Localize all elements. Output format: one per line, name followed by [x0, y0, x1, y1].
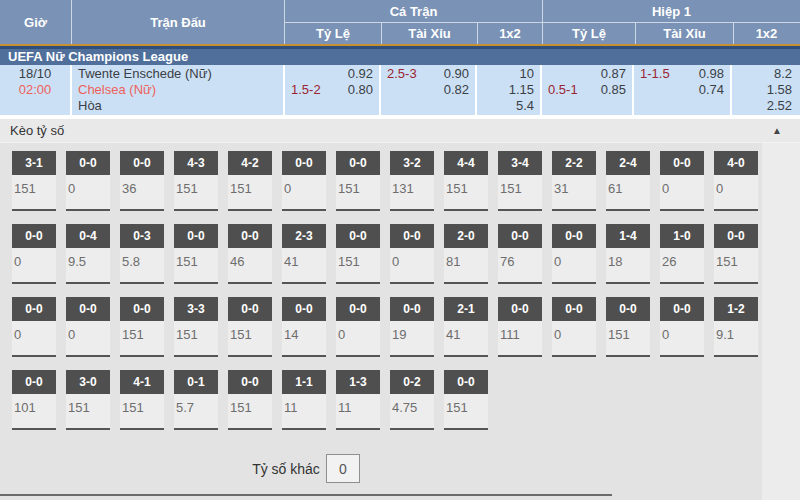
score-box[interactable]: 0-0 — [336, 297, 380, 321]
score-box[interactable]: 0-0 — [282, 297, 326, 321]
score-box[interactable]: 0-0 — [390, 297, 434, 321]
correct-score-header[interactable]: Kèo tỷ số ▲ — [0, 119, 800, 143]
h1-1x2-away-odd[interactable]: 1.58 — [767, 82, 792, 98]
score-box[interactable]: 0-0 — [390, 224, 434, 248]
score-cell[interactable]: 2-141 — [444, 297, 488, 357]
score-box[interactable]: 0-0 — [282, 151, 326, 175]
h1-1x2-draw-odd[interactable]: 2.52 — [767, 98, 792, 114]
ft-1x2-away-odd[interactable]: 1.15 — [509, 82, 534, 98]
score-cell[interactable]: 0-00 — [552, 224, 596, 284]
score-cell[interactable]: 2-081 — [444, 224, 488, 284]
score-cell[interactable]: 1-418 — [606, 224, 650, 284]
ft-over-odd[interactable]: 0.90 — [444, 66, 469, 82]
score-box[interactable]: 3-2 — [390, 151, 434, 175]
score-cell[interactable]: 0-0151 — [606, 297, 650, 357]
score-box[interactable]: 1-3 — [336, 370, 380, 394]
score-box[interactable]: 2-1 — [444, 297, 488, 321]
score-box[interactable]: 0-0 — [12, 224, 56, 248]
score-cell[interactable]: 4-2151 — [228, 151, 272, 211]
score-cell[interactable]: 0-00 — [12, 224, 56, 284]
score-box[interactable]: 0-0 — [606, 297, 650, 321]
score-cell[interactable]: 1-026 — [660, 224, 704, 284]
score-cell[interactable]: 0-019 — [390, 297, 434, 357]
score-cell[interactable]: 0-00 — [552, 297, 596, 357]
score-box[interactable]: 0-0 — [228, 297, 272, 321]
score-box[interactable]: 1-1 — [282, 370, 326, 394]
score-box[interactable]: 0-0 — [498, 297, 542, 321]
score-box[interactable]: 3-0 — [66, 370, 110, 394]
score-box[interactable]: 0-0 — [66, 151, 110, 175]
score-cell[interactable]: 2-341 — [282, 224, 326, 284]
score-box[interactable]: 0-3 — [120, 224, 164, 248]
score-box[interactable]: 2-2 — [552, 151, 596, 175]
score-cell[interactable]: 3-0151 — [66, 370, 110, 430]
score-box[interactable]: 0-0 — [120, 297, 164, 321]
score-box[interactable]: 0-1 — [174, 370, 218, 394]
score-cell[interactable]: 4-3151 — [174, 151, 218, 211]
score-box[interactable]: 4-0 — [714, 151, 758, 175]
h1-handicap-away-odd[interactable]: 0.85 — [601, 82, 626, 98]
score-cell[interactable]: 0-00 — [12, 297, 56, 357]
score-cell[interactable]: 0-00 — [66, 151, 110, 211]
score-box[interactable]: 0-0 — [444, 370, 488, 394]
score-cell[interactable]: 0-00 — [390, 224, 434, 284]
score-cell[interactable]: 0-00 — [282, 151, 326, 211]
score-box[interactable]: 0-4 — [66, 224, 110, 248]
ft-under-odd[interactable]: 0.82 — [444, 82, 469, 98]
score-cell[interactable]: 2-231 — [552, 151, 596, 211]
ft-handicap-home-odd[interactable]: 0.92 — [348, 66, 373, 82]
score-box[interactable]: 0-0 — [12, 297, 56, 321]
score-cell[interactable]: 0-35.8 — [120, 224, 164, 284]
score-box[interactable]: 2-0 — [444, 224, 488, 248]
score-box[interactable]: 4-2 — [228, 151, 272, 175]
score-box[interactable]: 4-3 — [174, 151, 218, 175]
score-box[interactable]: 0-0 — [660, 151, 704, 175]
score-cell[interactable]: 2-461 — [606, 151, 650, 211]
score-cell[interactable]: 4-00 — [714, 151, 758, 211]
score-cell[interactable]: 3-3151 — [174, 297, 218, 357]
score-cell[interactable]: 3-4151 — [498, 151, 542, 211]
ft-handicap-away-odd[interactable]: 0.80 — [348, 82, 373, 98]
score-cell[interactable]: 0-0111 — [498, 297, 542, 357]
score-box[interactable]: 0-0 — [12, 370, 56, 394]
score-cell[interactable]: 0-0151 — [336, 224, 380, 284]
h1-under-odd[interactable]: 0.74 — [699, 82, 724, 98]
score-cell[interactable]: 0-076 — [498, 224, 542, 284]
score-box[interactable]: 1-0 — [660, 224, 704, 248]
score-cell[interactable]: 0-046 — [228, 224, 272, 284]
score-box[interactable]: 0-0 — [336, 151, 380, 175]
score-box[interactable]: 0-0 — [714, 224, 758, 248]
score-cell[interactable]: 1-311 — [336, 370, 380, 430]
score-box[interactable]: 0-0 — [174, 224, 218, 248]
score-box[interactable]: 2-4 — [606, 151, 650, 175]
ft-1x2-home-odd[interactable]: 10 — [520, 66, 534, 82]
score-box[interactable]: 4-4 — [444, 151, 488, 175]
score-cell[interactable]: 0-00 — [660, 151, 704, 211]
score-box[interactable]: 0-0 — [336, 224, 380, 248]
score-box[interactable]: 0-0 — [120, 151, 164, 175]
h1-1x2-home-odd[interactable]: 8.2 — [774, 66, 792, 82]
ft-1x2-draw-odd[interactable]: 5.4 — [516, 98, 534, 114]
score-cell[interactable]: 4-1151 — [120, 370, 164, 430]
score-cell[interactable]: 0-0151 — [228, 297, 272, 357]
score-cell[interactable]: 0-00 — [336, 297, 380, 357]
score-box[interactable]: 0-0 — [228, 224, 272, 248]
score-box[interactable]: 1-2 — [714, 297, 758, 321]
score-cell[interactable]: 0-0151 — [714, 224, 758, 284]
score-cell[interactable]: 0-00 — [66, 297, 110, 357]
score-box[interactable]: 1-4 — [606, 224, 650, 248]
h1-over-odd[interactable]: 0.98 — [699, 66, 724, 82]
score-cell[interactable]: 1-29.1 — [714, 297, 758, 357]
score-cell[interactable]: 0-036 — [120, 151, 164, 211]
collapse-triangle-icon[interactable]: ▲ — [772, 125, 782, 136]
score-cell[interactable]: 0-014 — [282, 297, 326, 357]
score-cell[interactable]: 0-0151 — [228, 370, 272, 430]
score-cell[interactable]: 0-15.7 — [174, 370, 218, 430]
other-score-box[interactable]: 0 — [326, 454, 360, 483]
score-cell[interactable]: 0-49.5 — [66, 224, 110, 284]
score-box[interactable]: 3-4 — [498, 151, 542, 175]
score-box[interactable]: 2-3 — [282, 224, 326, 248]
score-cell[interactable]: 3-1151 — [12, 151, 56, 211]
h1-handicap-home-odd[interactable]: 0.87 — [601, 66, 626, 82]
score-cell[interactable]: 3-2131 — [390, 151, 434, 211]
